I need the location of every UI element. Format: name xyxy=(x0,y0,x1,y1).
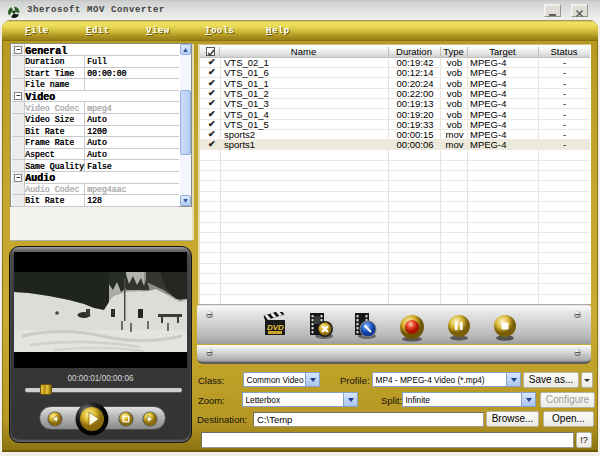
svg-text:DVD: DVD xyxy=(267,323,284,332)
